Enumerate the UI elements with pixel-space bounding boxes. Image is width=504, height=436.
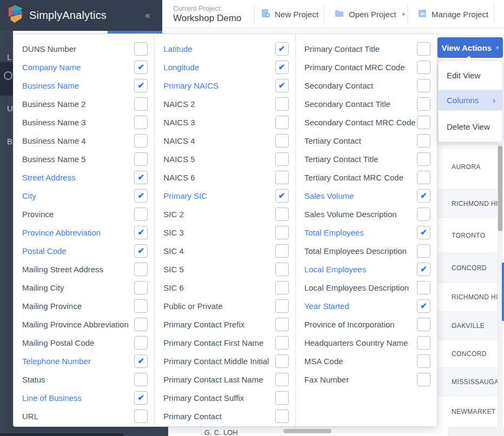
column-option-sic-2[interactable]: SIC 2 — [155, 205, 295, 223]
column-option-msa-code[interactable]: MSA Code — [296, 352, 437, 370]
column-option-company-name[interactable]: Company Name✔ — [14, 58, 154, 76]
column-option-naics-4[interactable]: NAICS 4 — [155, 131, 295, 150]
column-option-business-name-4[interactable]: Business Name 4 — [14, 131, 154, 150]
checkbox[interactable]: ✔ — [417, 189, 430, 203]
checkbox[interactable] — [417, 171, 430, 184]
checkbox[interactable] — [275, 171, 289, 184]
column-option-local-employees-description[interactable]: Local Employees Description — [296, 278, 437, 297]
checkbox[interactable] — [275, 299, 289, 313]
column-option-secondary-contact[interactable]: Secondary Contact — [296, 76, 437, 95]
column-option-local-employees[interactable]: Local Employees✔ — [296, 260, 437, 278]
checkbox[interactable] — [275, 134, 289, 147]
checkbox[interactable] — [417, 61, 430, 74]
new-project-button[interactable]: New Project — [261, 0, 319, 28]
checkbox[interactable]: ✔ — [134, 79, 148, 92]
checkbox[interactable] — [417, 134, 430, 147]
checkbox[interactable] — [417, 116, 430, 129]
column-option-total-employees[interactable]: Total Employees✔ — [296, 223, 437, 242]
column-option-sic-4[interactable]: SIC 4 — [155, 242, 295, 260]
column-option-status[interactable]: Status — [14, 370, 154, 388]
checkbox[interactable] — [417, 354, 430, 368]
column-option-year-started[interactable]: Year Started✔ — [296, 297, 437, 315]
checkbox[interactable]: ✔ — [275, 79, 289, 92]
checkbox[interactable] — [134, 336, 148, 350]
checkbox[interactable] — [417, 336, 430, 350]
horizontal-scrollbar-thumb[interactable] — [283, 429, 331, 433]
column-option-sic-6[interactable]: SIC 6 — [155, 278, 295, 297]
checkbox[interactable] — [275, 152, 289, 166]
column-option-duns-number[interactable]: DUNS Number — [14, 39, 154, 58]
checkbox[interactable] — [275, 354, 289, 368]
checkbox[interactable] — [134, 42, 148, 56]
column-option-primary-contact-prefix[interactable]: Primary Contact Prefix — [155, 315, 295, 333]
menu-item-columns[interactable]: Columns › — [439, 90, 502, 110]
checkbox[interactable]: ✔ — [417, 299, 430, 313]
checkbox[interactable] — [134, 134, 148, 147]
checkbox[interactable]: ✔ — [275, 189, 289, 203]
checkbox[interactable] — [417, 79, 430, 92]
column-option-province-of-incorporation[interactable]: Province of Incorporation — [296, 315, 437, 333]
column-option-business-name-3[interactable]: Business Name 3 — [14, 113, 154, 131]
checkbox[interactable]: ✔ — [134, 189, 148, 203]
column-option-primary-contact-last-name[interactable]: Primary Contact Last Name — [155, 370, 295, 388]
column-option-line-of-business[interactable]: Line of Business✔ — [14, 388, 154, 407]
column-option-longitude[interactable]: Longitude✔ — [155, 58, 295, 76]
column-option-latitude[interactable]: Latitude✔ — [155, 39, 295, 58]
checkbox[interactable]: ✔ — [134, 61, 148, 74]
column-option-business-name-2[interactable]: Business Name 2 — [14, 95, 154, 113]
checkbox[interactable] — [417, 42, 430, 56]
checkbox[interactable]: ✔ — [134, 171, 148, 184]
column-option-url[interactable]: URL — [14, 407, 154, 425]
checkbox[interactable] — [134, 281, 148, 294]
checkbox[interactable] — [134, 410, 148, 423]
column-option-tertiary-contact-mrc-code[interactable]: Tertiary Contact MRC Code — [296, 168, 437, 186]
column-option-mailing-province-abbreviation[interactable]: Mailing Province Abbreviation — [14, 315, 154, 333]
checkbox[interactable] — [275, 373, 289, 386]
column-option-tertiary-contact[interactable]: Tertiary Contact — [296, 131, 437, 150]
checkbox[interactable] — [134, 263, 148, 276]
column-option-primary-contact[interactable]: Primary Contact — [155, 407, 295, 425]
column-option-city[interactable]: City✔ — [14, 186, 154, 205]
column-option-sic-3[interactable]: SIC 3 — [155, 223, 295, 242]
column-option-sales-volume-description[interactable]: Sales Volume Description — [296, 205, 437, 223]
column-option-mailing-street-address[interactable]: Mailing Street Address — [14, 260, 154, 278]
column-option-public-or-private[interactable]: Public or Private — [155, 297, 295, 315]
column-option-sic-5[interactable]: SIC 5 — [155, 260, 295, 278]
checkbox[interactable]: ✔ — [417, 226, 430, 239]
column-option-naics-5[interactable]: NAICS 5 — [155, 150, 295, 168]
column-option-naics-6[interactable]: NAICS 6 — [155, 168, 295, 186]
checkbox[interactable] — [275, 244, 289, 258]
column-option-tertiary-contact-title[interactable]: Tertiary Contact Title — [296, 150, 437, 168]
column-option-primary-naics[interactable]: Primary NAICS✔ — [155, 76, 295, 95]
checkbox[interactable] — [134, 299, 148, 313]
column-option-primary-contact-suffix[interactable]: Primary Contact Suffix — [155, 388, 295, 407]
checkbox[interactable]: ✔ — [275, 42, 289, 56]
column-option-secondary-contact-mrc-code[interactable]: Secondary Contact MRC Code — [296, 113, 437, 131]
checkbox[interactable] — [275, 336, 289, 350]
checkbox[interactable] — [134, 207, 148, 221]
column-option-business-name-5[interactable]: Business Name 5 — [14, 150, 154, 168]
column-option-total-employees-description[interactable]: Total Employees Description — [296, 242, 437, 260]
column-option-business-name[interactable]: Business Name✔ — [14, 76, 154, 95]
column-option-mailing-province[interactable]: Mailing Province — [14, 297, 154, 315]
column-option-secondary-contact-title[interactable]: Secondary Contact Title — [296, 95, 437, 113]
column-option-province[interactable]: Province — [14, 205, 154, 223]
checkbox[interactable] — [417, 318, 430, 331]
column-option-primary-sic[interactable]: Primary SIC✔ — [155, 186, 295, 205]
checkbox[interactable] — [275, 263, 289, 276]
sidebar-bottom-scroll[interactable] — [0, 433, 123, 436]
checkbox[interactable] — [134, 116, 148, 129]
view-actions-button[interactable]: View Actions ▾ — [437, 37, 503, 58]
column-option-mailing-city[interactable]: Mailing City — [14, 278, 154, 297]
column-option-mailing-postal-code[interactable]: Mailing Postal Code — [14, 333, 154, 352]
checkbox[interactable] — [417, 152, 430, 166]
sidebar-item-partial[interactable]: U — [7, 104, 13, 113]
vertical-scrollbar-thumb[interactable] — [498, 146, 502, 231]
checkbox[interactable]: ✔ — [134, 244, 148, 258]
checkbox[interactable] — [417, 373, 430, 386]
sidebar-item-partial[interactable]: L — [7, 52, 11, 62]
checkbox[interactable] — [275, 97, 289, 111]
checkbox[interactable] — [275, 281, 289, 294]
checkbox[interactable] — [134, 318, 148, 331]
checkbox[interactable]: ✔ — [134, 226, 148, 239]
